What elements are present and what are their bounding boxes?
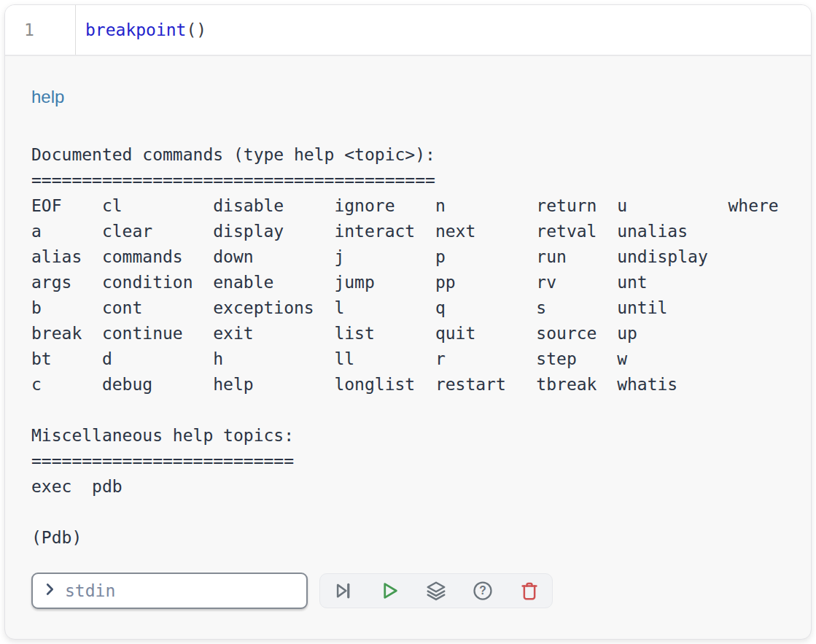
console-controls: ? [31, 573, 796, 609]
console-output-area: help Documented commands (type help <top… [5, 56, 811, 609]
play-icon [378, 580, 400, 602]
question-circle-icon: ? [472, 580, 494, 602]
debugger-panel: 1 breakpoint() help Documented commands … [4, 4, 812, 640]
clear-button[interactable] [518, 580, 540, 602]
line-number: 1 [24, 20, 34, 39]
line-number-gutter: 1 [5, 5, 76, 55]
svg-text:?: ? [479, 584, 486, 597]
code-token-punctuation: () [186, 20, 206, 39]
run-button[interactable] [378, 580, 400, 602]
code-editor[interactable]: 1 breakpoint() [5, 5, 811, 56]
help-button[interactable]: ? [472, 580, 494, 602]
echoed-command: help [31, 87, 796, 107]
layers-icon [425, 580, 447, 602]
stdin-input-group[interactable] [31, 573, 308, 609]
code-token-builtin: breakpoint [85, 20, 186, 39]
stack-button[interactable] [425, 580, 447, 602]
code-line[interactable]: breakpoint() [76, 5, 206, 55]
pdb-output-text: Documented commands (type help <topic>):… [31, 142, 796, 551]
chevron-right-icon [42, 581, 58, 600]
stdin-input[interactable] [65, 581, 298, 600]
trash-icon [518, 580, 540, 602]
skip-forward-icon [332, 580, 354, 602]
step-button[interactable] [332, 580, 354, 602]
console-toolbar: ? [319, 573, 553, 608]
